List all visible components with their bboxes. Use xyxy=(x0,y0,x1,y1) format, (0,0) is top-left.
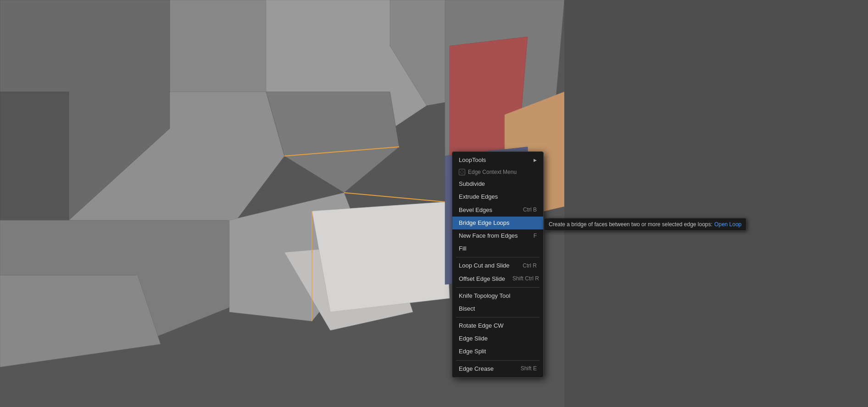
menu-item-loop-tools[interactable]: LoopTools xyxy=(452,154,543,167)
menu-item-bisect[interactable]: Bisect xyxy=(452,302,543,315)
menu-item-edge-slide[interactable]: Edge Slide xyxy=(452,332,543,345)
menu-item-label: Rotate Edge CW xyxy=(459,322,504,330)
svg-marker-12 xyxy=(312,202,450,312)
context-menu: LoopTools⬡Edge Context MenuSubdivideExtr… xyxy=(452,151,544,378)
tooltip-text: Create a bridge of faces between two or … xyxy=(549,221,712,228)
menu-item-shortcut: Ctrl B xyxy=(523,206,537,214)
menu-item-label: Fill xyxy=(459,245,467,253)
menu-item-label: New Face from Edges xyxy=(459,232,518,240)
menu-section-header: ⬡Edge Context Menu xyxy=(452,167,543,178)
menu-item-label: Bevel Edges xyxy=(459,206,492,214)
menu-item-extrude-edges[interactable]: Extrude Edges xyxy=(452,190,543,203)
menu-divider xyxy=(456,287,540,288)
menu-item-new-face-from-edges[interactable]: New Face from EdgesF xyxy=(452,229,543,242)
menu-item-edge-split[interactable]: Edge Split xyxy=(452,345,543,358)
menu-item-edge-crease[interactable]: Edge CreaseShift E xyxy=(452,362,543,375)
menu-icon: ⬡ xyxy=(459,169,465,175)
menu-item-shortcut: Shift E xyxy=(521,365,537,373)
menu-header-label: Edge Context Menu xyxy=(468,169,517,175)
menu-item-bridge-edge-loops[interactable]: Bridge Edge Loops xyxy=(452,217,543,229)
menu-divider xyxy=(456,317,540,318)
viewport-mesh xyxy=(0,0,868,407)
menu-item-label: LoopTools xyxy=(459,156,486,164)
svg-rect-20 xyxy=(564,0,868,407)
menu-item-label: Knife Topology Tool xyxy=(459,292,510,300)
menu-item-subdivide[interactable]: Subdivide xyxy=(452,178,543,190)
menu-item-fill[interactable]: Fill xyxy=(452,242,543,255)
menu-item-label: Bridge Edge Loops xyxy=(459,219,510,227)
menu-item-offset-edge-slide[interactable]: Offset Edge SlideShift Ctrl R xyxy=(452,273,543,285)
menu-item-label: Bisect xyxy=(459,305,475,313)
3d-viewport xyxy=(0,0,868,407)
menu-item-shortcut: F xyxy=(534,232,537,240)
tooltip: Create a bridge of faces between two or … xyxy=(544,218,746,231)
menu-item-label: Subdivide xyxy=(459,180,485,188)
menu-item-label: Extrude Edges xyxy=(459,193,498,201)
menu-item-label: Loop Cut and Slide xyxy=(459,262,510,270)
menu-divider xyxy=(456,257,540,257)
menu-item-label: Offset Edge Slide xyxy=(459,275,505,283)
menu-item-shortcut: Ctrl R xyxy=(523,262,537,270)
menu-item-label: Edge Crease xyxy=(459,365,494,373)
menu-item-label: Edge Split xyxy=(459,347,486,356)
menu-item-label: Edge Slide xyxy=(459,335,488,343)
menu-item-rotate-edge-cw[interactable]: Rotate Edge CW xyxy=(452,319,543,332)
tooltip-link: Open Loop xyxy=(714,221,741,228)
menu-item-knife-topology-tool[interactable]: Knife Topology Tool xyxy=(452,290,543,302)
menu-item-loop-cut-slide[interactable]: Loop Cut and SlideCtrl R xyxy=(452,259,543,272)
menu-item-shortcut: Shift Ctrl R xyxy=(512,275,539,283)
menu-item-bevel-edges[interactable]: Bevel EdgesCtrl B xyxy=(452,204,543,217)
menu-divider xyxy=(456,360,540,361)
